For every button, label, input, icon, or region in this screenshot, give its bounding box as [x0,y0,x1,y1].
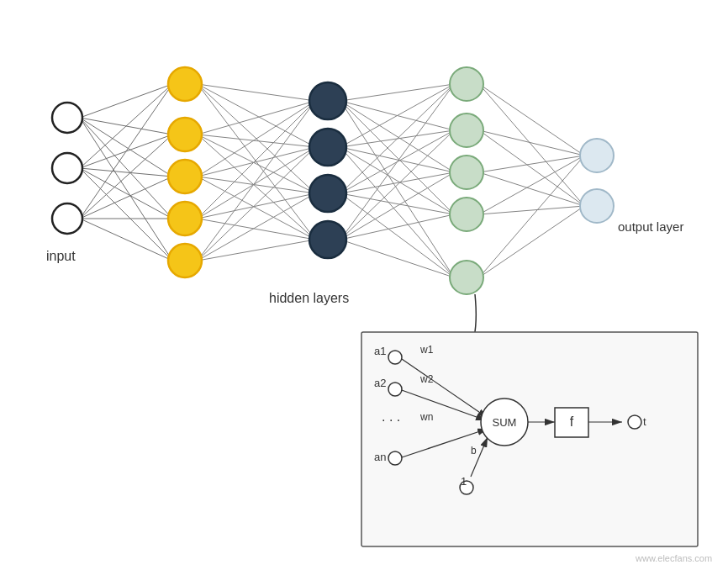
svg-point-84 [580,189,614,223]
svg-point-74 [309,82,346,119]
inset-a1-node [388,351,402,364]
inset-output-node [628,415,641,429]
inset-1-label: 1 [461,475,467,488]
inset-box [361,332,698,546]
watermark: www.elecfans.com [635,553,712,563]
inset-w2-label: w2 [419,373,434,385]
inset-b-label: b [471,445,477,457]
svg-point-70 [168,118,202,151]
inset-f-label: f [570,414,574,429]
output-layer-label: output layer [618,219,683,234]
svg-point-76 [309,175,346,212]
svg-point-69 [168,67,202,101]
svg-point-79 [450,113,483,147]
svg-point-75 [309,129,346,166]
hidden-layers-label: hidden layers [269,291,349,305]
svg-point-67 [52,153,82,183]
svg-point-78 [450,67,483,101]
inset-an-label: an [374,451,386,463]
inset-sum-label: SUM [493,416,517,429]
input-label: input [46,249,76,263]
inset-an-node [388,451,402,465]
svg-point-80 [450,156,483,189]
inset-w1-label: w1 [419,344,434,356]
svg-point-77 [309,221,346,258]
inset-wn-label: wn [419,411,433,423]
inset-dots: · · · [382,413,400,427]
inset-t-label: t [643,415,646,428]
svg-point-68 [52,203,82,234]
svg-point-82 [450,261,483,294]
svg-point-81 [450,198,483,231]
svg-point-83 [580,139,614,172]
inset-a2-node [388,383,402,396]
inset-a1-label: a1 [374,345,386,357]
svg-point-71 [168,160,202,193]
svg-point-73 [168,244,202,277]
svg-point-66 [52,103,82,133]
svg-point-72 [168,202,202,235]
inset-a2-label: a2 [374,377,386,389]
